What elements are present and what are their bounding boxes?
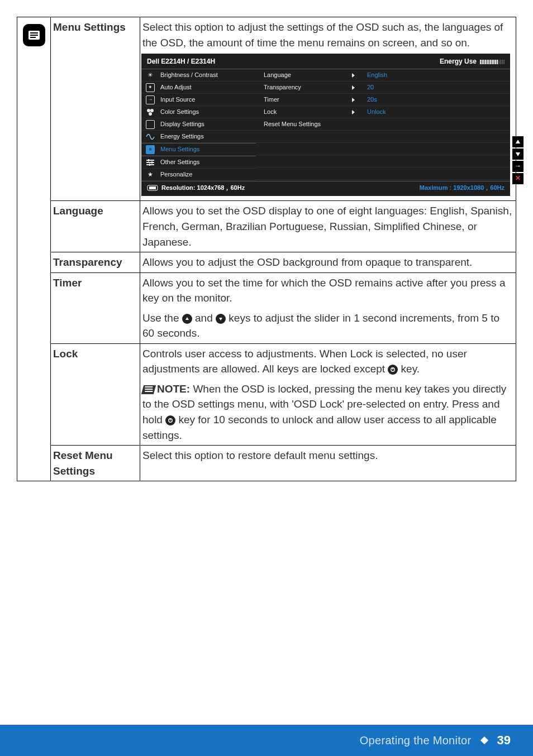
settings-table: Menu Settings Select this option to adju… bbox=[17, 17, 516, 481]
menu-settings-body: Select this option to adjust the setting… bbox=[140, 17, 516, 201]
osd-sub-timer[interactable]: Timer bbox=[256, 94, 359, 106]
osd-left-menu: ☀ Brightness / Contrast ✦ Auto Adjust → … bbox=[141, 69, 256, 181]
osd-resolution: Resolution: 1024x768，60Hz bbox=[147, 184, 245, 193]
osd-val-language: English bbox=[359, 69, 510, 82]
page-number: 39 bbox=[497, 733, 511, 748]
svg-rect-4 bbox=[30, 37, 36, 38]
svg-rect-15 bbox=[149, 186, 156, 189]
osd-val-transparency: 20 bbox=[359, 82, 510, 94]
auto-adjust-icon: ✦ bbox=[146, 83, 155, 92]
svg-rect-11 bbox=[148, 159, 149, 161]
osd-item-other-settings[interactable]: Other Settings bbox=[141, 156, 256, 169]
timer-body2: Use the and keys to adjust the slider in… bbox=[140, 308, 516, 344]
osd-model: Dell E2214H / E2314H bbox=[147, 57, 215, 66]
osd-val-timer: 20s bbox=[359, 94, 510, 106]
section-icon-cell bbox=[17, 17, 51, 201]
svg-rect-13 bbox=[149, 164, 150, 166]
osd-right-values: English 20 20s Unlock bbox=[359, 69, 510, 181]
timer-label: Timer bbox=[51, 272, 140, 308]
osd-item-auto-adjust[interactable]: ✦ Auto Adjust bbox=[141, 82, 256, 94]
down-key-icon bbox=[216, 314, 226, 324]
timer-body1: Allows you to set the time for which the… bbox=[140, 272, 516, 308]
svg-rect-17 bbox=[393, 367, 393, 370]
osd-nav-buttons: → ✕ bbox=[512, 136, 524, 184]
menu-settings-section-icon bbox=[22, 23, 46, 47]
osd-item-display-settings[interactable]: Display Settings bbox=[141, 118, 256, 131]
energy-bars-icon bbox=[480, 60, 505, 64]
color-settings-icon bbox=[146, 108, 155, 117]
personalize-icon: ★ bbox=[146, 170, 155, 179]
chevron-right-icon bbox=[352, 110, 355, 114]
monitor-icon bbox=[147, 185, 158, 192]
osd-sub-transparency[interactable]: Transparency bbox=[256, 82, 359, 94]
chevron-right-icon bbox=[352, 98, 355, 102]
note-icon bbox=[141, 385, 156, 394]
osd-sub-lock[interactable]: Lock bbox=[256, 106, 359, 118]
power-key-icon bbox=[388, 365, 398, 375]
language-label: Language bbox=[51, 201, 140, 252]
osd-enter-button[interactable]: → bbox=[512, 161, 524, 172]
svg-rect-19 bbox=[170, 418, 171, 420]
osd-item-brightness[interactable]: ☀ Brightness / Contrast bbox=[141, 69, 256, 82]
lock-body1: Controls user access to adjustments. Whe… bbox=[140, 343, 516, 379]
lock-note: NOTE: When the OSD is locked, pressing t… bbox=[140, 379, 516, 446]
energy-settings-icon bbox=[146, 132, 155, 141]
osd-energy: Energy Use bbox=[440, 57, 505, 66]
display-settings-icon bbox=[146, 120, 155, 129]
svg-rect-8 bbox=[146, 160, 154, 161]
menu-settings-label: Menu Settings bbox=[51, 17, 140, 201]
lock-label: Lock bbox=[51, 343, 140, 379]
osd-mid-menu: Language Transparency Timer Lock Reset M… bbox=[256, 69, 359, 181]
svg-rect-12 bbox=[151, 161, 153, 164]
up-key-icon bbox=[182, 314, 192, 324]
chevron-right-icon bbox=[352, 73, 355, 78]
transparency-body: Allows you to adjust the OSD background … bbox=[140, 252, 516, 273]
osd-close-button[interactable]: ✕ bbox=[512, 173, 524, 184]
language-body: Allows you to set the OSD display to one… bbox=[140, 201, 516, 252]
menu-settings-icon: ≡ bbox=[146, 145, 155, 154]
osd-sub-language[interactable]: Language bbox=[256, 69, 359, 82]
note-label: NOTE: bbox=[157, 383, 190, 395]
svg-point-7 bbox=[149, 112, 152, 116]
osd-screenshot: Dell E2214H / E2314H Energy Use ☀ Bright bbox=[141, 54, 510, 196]
diamond-icon bbox=[480, 736, 488, 744]
footer-title: Operating the Monitor bbox=[360, 734, 472, 747]
osd-down-button[interactable] bbox=[512, 149, 524, 160]
chevron-right-icon bbox=[352, 85, 355, 90]
osd-item-energy-settings[interactable]: Energy Settings bbox=[141, 131, 256, 143]
osd-item-color-settings[interactable]: Color Settings bbox=[141, 106, 256, 118]
other-settings-icon bbox=[146, 158, 155, 167]
transparency-label: Transparency bbox=[51, 252, 140, 273]
osd-sub-reset[interactable]: Reset Menu Settings bbox=[256, 118, 359, 131]
reset-label: Reset MenuSettings bbox=[51, 446, 140, 481]
osd-val-lock: Unlock bbox=[359, 106, 510, 118]
svg-rect-2 bbox=[30, 32, 38, 34]
osd-maximum: Maximum : 1920x1080，60Hz bbox=[420, 184, 505, 193]
page-footer: Operating the Monitor 39 bbox=[0, 725, 533, 756]
power-key-icon bbox=[165, 415, 175, 425]
svg-point-5 bbox=[147, 109, 150, 112]
osd-up-button[interactable] bbox=[512, 136, 524, 147]
reset-body: Select this option to restore default me… bbox=[140, 446, 516, 481]
osd-item-menu-settings[interactable]: ≡ Menu Settings bbox=[141, 143, 256, 156]
svg-point-6 bbox=[150, 109, 154, 112]
brightness-icon: ☀ bbox=[146, 71, 155, 80]
osd-item-personalize[interactable]: ★ Personalize bbox=[141, 169, 256, 181]
input-source-icon: → bbox=[146, 95, 155, 104]
svg-rect-3 bbox=[30, 35, 38, 36]
svg-rect-9 bbox=[146, 162, 154, 163]
osd-item-input-source[interactable]: → Input Source bbox=[141, 94, 256, 106]
